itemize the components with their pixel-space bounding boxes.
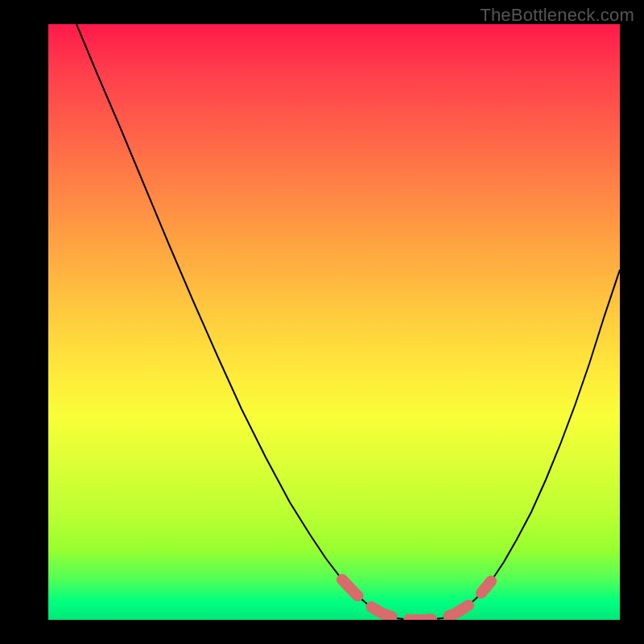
plot-svg (48, 24, 620, 620)
plot-area (48, 24, 620, 620)
chart-frame: TheBottleneck.com (0, 0, 644, 644)
watermark-text: TheBottleneck.com (480, 5, 634, 26)
black-curve-line (76, 24, 620, 620)
red-dash-line (342, 580, 491, 620)
